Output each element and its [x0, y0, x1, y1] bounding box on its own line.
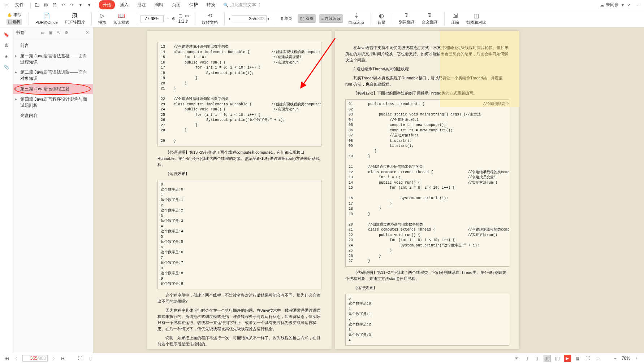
- layer-icon[interactable]: ◈: [3, 53, 10, 60]
- search-box[interactable]: 🔍 点此查找文本 ⋮: [223, 2, 262, 8]
- continuous-button[interactable]: ≡连续阅读: [319, 14, 343, 23]
- autoscroll-button[interactable]: ⇣自动滚动: [346, 12, 366, 26]
- view-double-cont-icon[interactable]: ▯▯: [554, 355, 561, 362]
- bookmark-icon[interactable]: 🔖: [3, 31, 10, 38]
- last-page-icon[interactable]: ⏭: [60, 356, 66, 361]
- reader-icon[interactable]: ▭: [594, 355, 601, 362]
- undo-icon[interactable]: ↶: [60, 1, 67, 9]
- zoom-in-status-icon[interactable]: +: [633, 355, 640, 362]
- tool-hand[interactable]: 手型: [13, 13, 21, 17]
- toc-label: 第四篇 Java语言程序设计实例与面试题剖析: [20, 97, 87, 108]
- office-icon: 📄: [43, 12, 50, 19]
- compress-icon: ⇲: [453, 12, 458, 19]
- tool-select[interactable]: 选择: [13, 19, 21, 24]
- tab-convert[interactable]: 转换: [203, 0, 219, 9]
- toc-cd[interactable]: 光盘内容: [13, 110, 93, 121]
- page-prev-icon[interactable]: ‹: [229, 16, 230, 21]
- redo-icon[interactable]: ↷: [68, 1, 75, 9]
- page-next-icon[interactable]: ›: [268, 16, 269, 21]
- fit-page-icon[interactable]: ▢: [178, 13, 184, 18]
- first-page-icon[interactable]: ⏮: [4, 356, 10, 361]
- next-page-icon[interactable]: ›: [51, 356, 57, 361]
- menu-file[interactable]: 文件: [12, 0, 27, 9]
- fit-width-icon[interactable]: ▭: [185, 13, 191, 18]
- status-page[interactable]: 355: [30, 356, 38, 361]
- share-icon[interactable]: ↗: [625, 1, 632, 9]
- chevron-right-icon: ▸: [15, 70, 17, 75]
- compress-button[interactable]: ⇲压缩: [449, 12, 461, 26]
- code-block-2: 01 public class threadtest1 { //创建测试两个线程…: [345, 99, 509, 267]
- tab-edit[interactable]: 编辑: [151, 0, 167, 9]
- tab-start[interactable]: 开始: [99, 0, 115, 9]
- zoom-out-status-icon[interactable]: −: [611, 355, 619, 362]
- page-left: 13 //创建通过循环语句输出数字的类 14 class compute imp…: [147, 31, 332, 349]
- read-mode-button[interactable]: 📖阅读模式: [111, 12, 131, 26]
- eye-protect-icon[interactable]: 👁: [513, 355, 520, 362]
- thumbnail-icon[interactable]: 🖼: [3, 42, 10, 49]
- autoscroll-icon: ⇣: [354, 12, 359, 19]
- translate2-icon: 🗎: [427, 12, 433, 19]
- toc-part1[interactable]: ▸第一篇 Java语言语法基础——面向过程知识: [13, 51, 93, 67]
- autoscroll-label: 自动滚动: [348, 20, 364, 25]
- toc-part4[interactable]: ▸第四篇 Java语言程序设计实例与面试题剖析: [13, 94, 93, 111]
- translate-icon: 🗎: [404, 12, 410, 19]
- full-translate-button[interactable]: 🗎全文翻译: [420, 12, 440, 26]
- dropdown1-icon[interactable]: ▾: [77, 1, 84, 9]
- dropdown2-icon[interactable]: ▾: [86, 1, 93, 9]
- sidebar-close-icon[interactable]: ✕: [84, 30, 90, 36]
- menu-icon[interactable]: ≡: [3, 1, 10, 9]
- status-total: /803: [38, 356, 46, 361]
- zoom-in-icon[interactable]: ⊕: [172, 16, 176, 21]
- code-desc-1: 【代码说明】第13~29行创建了两个线程compute和compute1，它们都…: [157, 149, 321, 168]
- tab-protect[interactable]: 保护: [186, 0, 202, 9]
- rotate-button[interactable]: ⟲旋转文档: [200, 12, 220, 26]
- document-viewport[interactable]: 13 //创建通过循环语句输出数字的类 14 class compute imp…: [93, 27, 644, 353]
- attachment-icon[interactable]: 📎: [3, 64, 10, 71]
- background-button[interactable]: ◐背景: [375, 12, 388, 26]
- svg-rect-0: [44, 4, 47, 6]
- prev-page-icon[interactable]: ‹: [13, 356, 20, 361]
- bookmark-expand-icon[interactable]: ▣: [48, 30, 53, 36]
- zoom-out-icon[interactable]: −: [167, 16, 169, 21]
- double-page-button[interactable]: ▯▯双页: [298, 14, 316, 23]
- view-double-icon[interactable]: ▯▯: [544, 355, 551, 362]
- view-cont-icon[interactable]: ▯: [533, 355, 541, 362]
- page-mode-icon[interactable]: ▯: [87, 355, 94, 362]
- para-2: 因为在程序具体运行时会存在一个执行顺序的问题。在Java技术中，线程通常是通过调…: [157, 307, 321, 332]
- tab-page[interactable]: 页面: [168, 0, 184, 9]
- sync-status[interactable]: ☁ 未同步 ▾: [600, 2, 624, 8]
- background-icon: ◐: [379, 12, 384, 19]
- select-icon: ⬚: [8, 19, 12, 24]
- toc-label: 第一篇 Java语言语法基础——面向过程知识: [20, 53, 87, 65]
- print-icon[interactable]: [42, 1, 49, 9]
- fit-height-icon[interactable]: ⇕: [185, 19, 191, 24]
- pdf-to-office-button[interactable]: 📄PDF转Office: [33, 12, 60, 26]
- more-icon-2[interactable]: ⋯: [634, 1, 641, 9]
- fullscreen-icon[interactable]: ⛶: [584, 355, 591, 362]
- tab-annot[interactable]: 批注: [134, 0, 150, 9]
- pdf-to-image-button[interactable]: 🖼PDF转图片: [63, 12, 87, 26]
- toc-preface[interactable]: 前言: [13, 40, 93, 51]
- tab-insert[interactable]: 插入: [116, 0, 132, 9]
- open-icon[interactable]: [34, 1, 41, 9]
- run-label-1: 【运行效果】: [157, 171, 321, 177]
- sel-translate-button[interactable]: 🗎划词翻译: [397, 12, 417, 26]
- bookmark-link-icon[interactable]: ⇱: [56, 30, 61, 36]
- save-icon[interactable]: [51, 1, 58, 9]
- view-single-icon[interactable]: ▯: [523, 355, 531, 362]
- compare-button[interactable]: ◫截图和对比: [464, 12, 488, 26]
- toc-part2[interactable]: ▸第二篇 Java语言语法进阶——面向对象知识: [13, 67, 93, 84]
- play-status-icon[interactable]: ▶: [564, 355, 571, 362]
- single-page-button[interactable]: ▯单页: [278, 14, 295, 23]
- bookmark-settings-icon[interactable]: ⚙: [64, 30, 69, 36]
- toc: 前言 ▸第一篇 Java语言语法基础——面向过程知识 ▸第二篇 Java语言语法…: [13, 38, 93, 123]
- thumb-status-icon[interactable]: ▦: [574, 355, 581, 362]
- fit-icon[interactable]: ⛶: [77, 355, 84, 362]
- actual-size-icon[interactable]: 1:1: [178, 19, 184, 24]
- bookmark-add-icon[interactable]: ▭: [40, 30, 46, 36]
- toc-part3[interactable]: ▸第三篇 Java语言编程主题: [13, 84, 93, 94]
- play-button[interactable]: ▷播放: [96, 12, 108, 26]
- zoom-input[interactable]: [141, 15, 164, 22]
- page-current[interactable]: 355: [249, 16, 256, 21]
- chevron-right-icon: ▸: [15, 86, 17, 91]
